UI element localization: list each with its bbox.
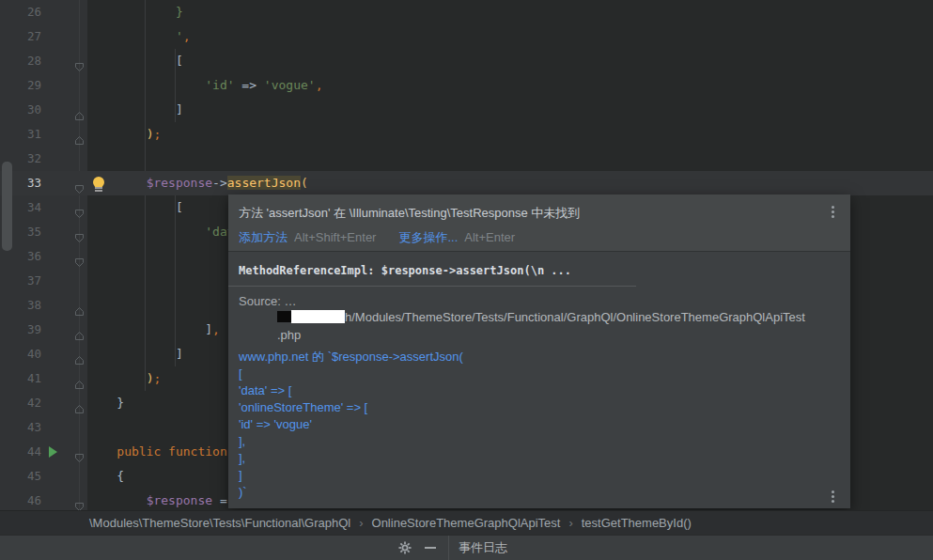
event-log-button[interactable]: 事件日志 (459, 539, 507, 556)
documentation-section: MethodReferenceImpl: $response->assertJs… (228, 252, 850, 508)
fold-down-icon[interactable] (74, 202, 85, 212)
code-text: [ (87, 49, 183, 73)
fold-down-icon[interactable] (74, 446, 85, 457)
fold-down-icon[interactable] (74, 251, 85, 261)
line-number: 29 (0, 73, 41, 98)
source-path: h/Modules/ThemeStore/Tests/Functional/Gr… (277, 310, 805, 324)
code-line: 28 [ (0, 49, 933, 73)
code-line: 33 $response->assertJson( (0, 171, 933, 195)
code-line: 30 ] (0, 98, 933, 122)
fold-down-icon[interactable] (74, 55, 85, 66)
source-path-extension: .php (277, 328, 301, 342)
inspection-message: 方法 'assertJson' 在 \Illuminate\Testing\Te… (239, 205, 580, 222)
line-number: 41 (0, 366, 41, 391)
breadcrumb-item[interactable]: testGetThemeById() (582, 516, 692, 530)
line-number: 39 (0, 318, 41, 342)
code-line: 31 ); (0, 122, 933, 147)
fold-down-icon[interactable] (74, 226, 85, 237)
run-test-icon[interactable] (49, 446, 57, 458)
doc-code-line: 'id' => 'vogue' (239, 416, 463, 433)
code-text: [ (87, 195, 183, 220)
fold-up-icon[interactable] (74, 324, 85, 334)
line-number: 38 (0, 293, 41, 318)
source-label: Source: … (239, 294, 296, 308)
quickfix-action-link[interactable]: 添加方法 (239, 230, 288, 244)
line-number: 30 (0, 98, 41, 122)
shortcut-hint: Alt+Enter (464, 230, 515, 244)
fold-up-icon[interactable] (74, 397, 85, 408)
code-text: ] (87, 98, 183, 122)
line-number: 43 (0, 415, 41, 440)
code-text: { (87, 464, 124, 489)
breadcrumb: \Modules\ThemeStore\Tests\Functional\Gra… (89, 511, 692, 536)
line-number: 27 (0, 24, 41, 49)
code-text: } (87, 391, 124, 415)
code-text: public function (87, 440, 235, 464)
quickfix-actions: 添加方法Alt+Shift+Enter更多操作...Alt+Enter (239, 229, 537, 246)
fold-up-icon[interactable] (74, 349, 85, 359)
code-text: ); (87, 122, 161, 147)
method-reference-signature: MethodReferenceImpl: $response->assertJs… (239, 264, 571, 277)
shortcut-hint: Alt+Shift+Enter (294, 230, 376, 244)
source-path-text: h/Modules/ThemeStore/Tests/Functional/Gr… (345, 310, 805, 324)
breadcrumb-separator-icon: › (568, 516, 572, 530)
code-text: $response->assertJson( (87, 171, 308, 195)
code-line: 29 'id' => 'vogue', (0, 73, 933, 98)
fold-up-icon[interactable] (74, 129, 85, 139)
fold-down-icon[interactable] (74, 178, 85, 188)
doc-code-line: )` (239, 484, 463, 501)
line-number: 46 (0, 489, 41, 510)
line-number: 26 (0, 0, 41, 24)
breadcrumb-separator-icon: › (359, 516, 363, 530)
kebab-menu-icon[interactable] (832, 490, 834, 493)
fold-up-icon[interactable] (74, 300, 85, 310)
doc-code-line: 'data' => [ (239, 382, 463, 399)
fold-up-icon[interactable] (74, 373, 85, 383)
doc-code-line: ], (239, 450, 463, 467)
divider (228, 286, 636, 287)
doc-code-line: ], (239, 433, 463, 450)
status-bar-widgets: 事件日志 (398, 536, 507, 560)
code-text: $response = (87, 489, 227, 510)
documentation-code-block: www.php.net 的 `$response->assertJson(['d… (239, 349, 463, 501)
line-number: 45 (0, 464, 41, 489)
doc-code-line: ] (239, 467, 463, 484)
doc-code-line: [ (239, 366, 463, 382)
doc-code-line: www.php.net 的 `$response->assertJson( (239, 349, 463, 366)
status-bar-divider (448, 536, 449, 560)
status-bar: 事件日志 (0, 535, 933, 560)
redaction-box-dark (277, 311, 291, 322)
code-text: ] (87, 342, 183, 366)
quickfix-action-link[interactable]: 更多操作... (398, 230, 458, 244)
code-line: 27 ', (0, 24, 933, 49)
code-text: 'id' => 'vogue', (87, 73, 322, 98)
redaction-box-light (291, 310, 345, 323)
code-line: 26 } (0, 0, 933, 24)
code-text: ', (87, 24, 191, 49)
kebab-menu-icon[interactable] (832, 206, 834, 209)
fold-up-icon[interactable] (74, 104, 85, 115)
left-scrollbar-thumb[interactable] (2, 162, 12, 251)
breadcrumb-item[interactable]: OnlineStoreThemeGraphQlApiTest (372, 516, 561, 530)
line-number: 40 (0, 342, 41, 366)
line-number: 42 (0, 391, 41, 415)
code-text: ], (87, 318, 220, 342)
code-text: ); (87, 366, 161, 391)
code-line: 32 (0, 147, 933, 171)
fold-down-icon[interactable] (74, 495, 85, 506)
doc-code-line: 'onlineStoreTheme' => [ (239, 399, 463, 416)
inspection-error-section: 方法 'assertJson' 在 \Illuminate\Testing\Te… (228, 194, 850, 252)
breadcrumb-bar: \Modules\ThemeStore\Tests\Functional\Gra… (0, 510, 933, 535)
minimize-icon[interactable] (425, 547, 436, 549)
inspection-doc-popup: 方法 'assertJson' 在 \Illuminate\Testing\Te… (228, 194, 850, 508)
line-number: 37 (0, 269, 41, 293)
line-number: 44 (0, 440, 41, 464)
breadcrumb-item[interactable]: \Modules\ThemeStore\Tests\Functional\Gra… (89, 516, 350, 530)
gear-icon[interactable] (398, 541, 412, 554)
line-number: 31 (0, 122, 41, 147)
line-number: 28 (0, 49, 41, 73)
code-text: } (87, 0, 183, 24)
